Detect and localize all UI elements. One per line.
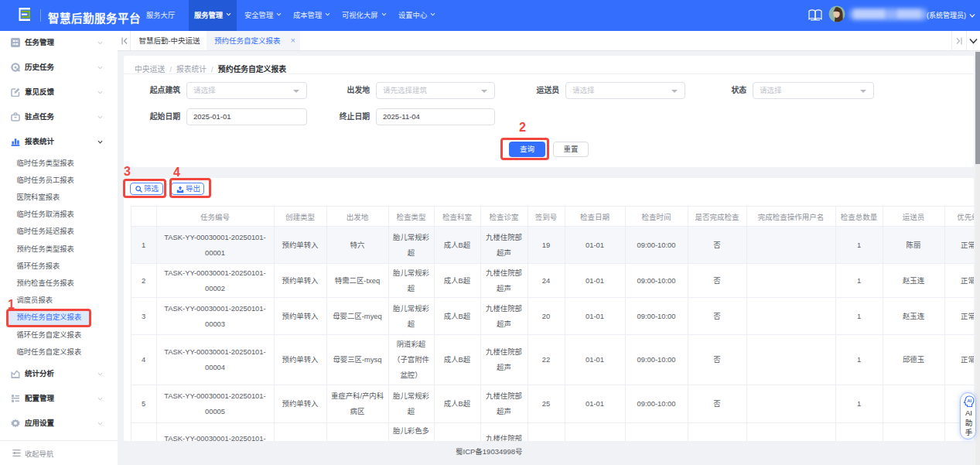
svg-text:AI: AI bbox=[967, 398, 971, 403]
